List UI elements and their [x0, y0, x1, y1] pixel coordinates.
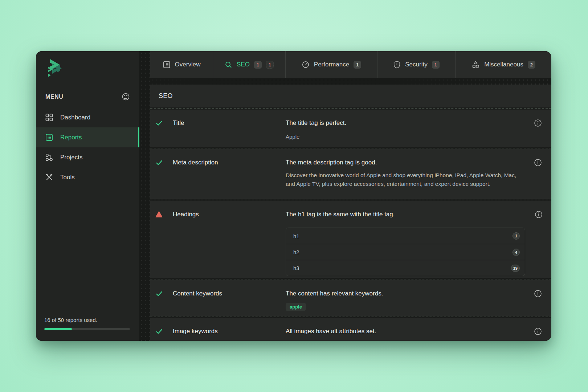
tab-label: SEO	[237, 61, 250, 68]
tab-performance[interactable]: Performance 1	[286, 51, 377, 78]
sidebar-item-dashboard[interactable]: Dashboard	[36, 107, 139, 127]
heading-list-item: h3 19	[286, 260, 525, 276]
check-icon	[155, 327, 173, 341]
tab-label: Overview	[175, 61, 201, 68]
tab-badge: 1	[354, 61, 361, 69]
row-label: Image keywords	[173, 327, 286, 341]
check-icon	[155, 158, 173, 199]
tab-overview[interactable]: Overview	[150, 51, 213, 78]
tab-label: Performance	[314, 61, 349, 68]
seo-report-panel: SEO Title The title tag is perfect. Appl…	[150, 85, 551, 341]
headings-list: h1 1 h2 4 h3 19	[286, 228, 525, 276]
row-divider	[150, 107, 551, 110]
sidebar-item-label: Tools	[60, 174, 75, 181]
tab-label: Miscellaneous	[484, 61, 523, 68]
row-message: The h1 tag is the same with the title ta…	[286, 210, 525, 219]
heading-count-badge: 4	[513, 249, 520, 256]
report-list-icon	[45, 134, 53, 141]
heading-tag: h1	[293, 233, 299, 239]
tab-bar: Overview SEO 1 1	[150, 51, 551, 78]
info-icon[interactable]	[533, 327, 543, 341]
row-detail: Discover the innovative world of Apple a…	[286, 171, 520, 188]
row-label: Content keywords	[173, 289, 286, 316]
heading-tag: h2	[293, 249, 299, 255]
seo-row-meta-description: Meta description The meta description ta…	[150, 149, 551, 199]
warning-icon	[155, 210, 173, 278]
sidebar-item-label: Dashboard	[60, 114, 90, 121]
menu-heading: MENU	[45, 94, 64, 100]
sidebar-item-reports[interactable]: Reports	[36, 127, 139, 147]
row-message: The title tag is perfect.	[286, 118, 524, 128]
tab-badge: 2	[528, 61, 535, 69]
row-label: Headings	[173, 210, 286, 278]
check-icon	[155, 289, 173, 316]
info-icon[interactable]	[534, 210, 543, 278]
search-icon	[225, 61, 232, 69]
info-icon[interactable]	[533, 158, 543, 199]
palette-icon[interactable]	[122, 93, 130, 101]
hierarchy-icon	[45, 154, 53, 161]
heading-list-item: h1 1	[286, 228, 525, 244]
row-label: Title	[173, 118, 286, 147]
tools-icon	[45, 173, 53, 181]
sidebar-item-projects[interactable]: Projects	[36, 147, 139, 167]
tab-miscellaneous[interactable]: Miscellaneous 2	[456, 51, 551, 78]
row-divider	[150, 316, 551, 318]
heading-count-badge: 19	[511, 265, 520, 272]
shapes-icon	[471, 61, 480, 69]
speedometer-icon	[302, 61, 310, 69]
row-detail: Apple	[286, 132, 524, 141]
tab-badge: 1	[432, 61, 440, 69]
seo-row-image-keywords: Image keywords All images have alt attri…	[150, 318, 551, 341]
row-label: Meta description	[173, 158, 286, 199]
info-icon[interactable]	[533, 289, 543, 316]
tab-label: Security	[405, 61, 427, 68]
row-message: The content has relevant keywords.	[286, 289, 524, 298]
seo-row-title: Title The title tag is perfect. Apple	[150, 110, 551, 147]
sidebar: MENU D	[36, 51, 139, 341]
overview-icon	[163, 61, 171, 69]
heading-list-item: h2 4	[286, 244, 525, 260]
sidebar-item-tools[interactable]: Tools	[36, 167, 139, 187]
tab-security[interactable]: Security 1	[377, 51, 456, 78]
usage-text: 16 of 50 reports used.	[44, 317, 130, 323]
section-title: SEO	[150, 85, 551, 107]
row-divider	[150, 147, 551, 149]
seo-row-headings: Headings The h1 tag is the same with the…	[150, 201, 551, 278]
tab-seo[interactable]: SEO 1 1	[213, 51, 286, 78]
row-message: All images have alt attributes set.	[286, 327, 524, 336]
row-divider	[150, 278, 551, 280]
tab-badge: 1	[254, 61, 262, 69]
app-window: MENU D	[36, 51, 551, 341]
row-divider	[150, 199, 551, 201]
sidebar-nav: Dashboard Reports	[36, 107, 139, 187]
heading-count-badge: 1	[513, 232, 520, 240]
usage-progress-fill	[44, 328, 72, 330]
check-icon	[155, 118, 173, 147]
usage-progress	[44, 328, 130, 330]
shield-icon	[393, 61, 401, 69]
row-message: The meta description tag is good.	[286, 158, 524, 167]
tabbar-divider	[150, 78, 551, 85]
tab-badge: 1	[266, 61, 274, 69]
app-logo	[36, 51, 139, 86]
sidebar-item-label: Reports	[60, 134, 82, 141]
main-area: Overview SEO 1 1	[150, 51, 551, 341]
keyword-chip: apple	[286, 303, 306, 311]
sidebar-divider	[139, 51, 150, 341]
sidebar-item-label: Projects	[60, 154, 82, 161]
usage-summary: 16 of 50 reports used.	[36, 317, 139, 341]
heading-tag: h3	[293, 265, 299, 271]
info-icon[interactable]	[533, 118, 543, 147]
seo-row-content-keywords: Content keywords The content has relevan…	[150, 280, 551, 316]
grid-icon	[45, 114, 53, 121]
